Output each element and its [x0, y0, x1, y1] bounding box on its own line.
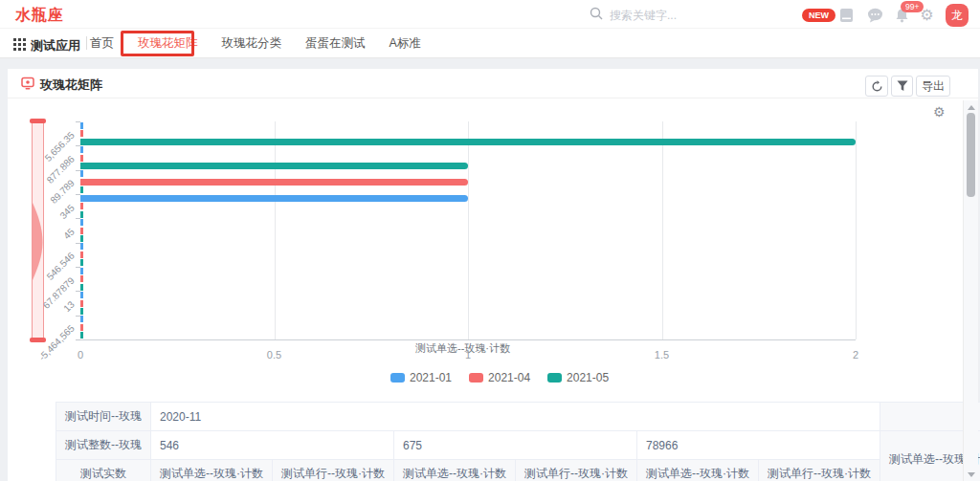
- chart-bar-stub: [80, 332, 83, 339]
- dashboard-card: 玫瑰花矩阵 导出 ⚙ 测试单选--玫瑰·计数 2021-012021-04202…: [8, 69, 978, 481]
- table-cell: 测试时间--玫瑰: [56, 403, 151, 431]
- legend-label: 2021-04: [488, 371, 530, 384]
- table-cell: 78966: [637, 431, 880, 460]
- new-badge: NEW: [802, 9, 835, 22]
- chart-bar-stub: [80, 243, 83, 250]
- pivot-table: 测试时间--玫瑰2020-11小计测试整数--玫瑰54667578966测试单选…: [56, 402, 980, 481]
- table-cell: 测试单行--玫瑰·计数: [516, 460, 637, 481]
- tab-a-standard[interactable]: A标准: [390, 35, 421, 52]
- y-axis-tick: [76, 339, 80, 340]
- chart-bar-stub: [80, 155, 83, 162]
- tab-rose-category[interactable]: 玫瑰花分类: [222, 35, 282, 52]
- chart-legend: 2021-012021-042021-05: [390, 371, 609, 384]
- table-cell: 2020-11: [151, 403, 880, 431]
- chart-bar-stub: [80, 170, 83, 177]
- legend-swatch: [547, 373, 562, 383]
- x-axis-tick-label: 0.5: [256, 349, 294, 361]
- x-axis-tick-label: 1: [449, 349, 487, 361]
- chart-bar-stub: [80, 300, 83, 307]
- x-axis-tick-label: 0: [61, 349, 100, 361]
- legend-label: 2021-01: [410, 371, 452, 384]
- chart-bar-stub: [80, 284, 83, 291]
- chart-bar: [80, 139, 856, 145]
- top-header: 水瓶座 NEW 99+ ⚙ 龙: [0, 0, 980, 29]
- grid-line: [856, 121, 857, 339]
- search-input[interactable]: [610, 9, 753, 22]
- legend-item[interactable]: 2021-05: [547, 371, 609, 384]
- vertical-scrollbar[interactable]: [963, 100, 978, 481]
- chart-bar-stub: [80, 308, 83, 315]
- chart-bar-stub: [80, 292, 83, 298]
- legend-item[interactable]: 2021-01: [390, 371, 452, 384]
- chart-bar-stub: [80, 251, 83, 258]
- legend-label: 2021-05: [567, 371, 609, 384]
- chart-bar-stub: [80, 324, 83, 331]
- table-cell: 675: [394, 431, 637, 460]
- avatar[interactable]: 龙: [946, 4, 969, 27]
- panel-title: 玫瑰花矩阵: [40, 77, 102, 94]
- panel-header: 玫瑰花矩阵 导出: [8, 69, 978, 98]
- chart-bar-stub: [80, 259, 83, 266]
- table-cell: 546: [151, 431, 394, 460]
- chart-bar-stub: [80, 316, 83, 322]
- table-row: 测试时间--玫瑰2020-11小计: [56, 403, 980, 431]
- x-axis-tick-label: 2: [836, 349, 875, 361]
- legend-swatch: [469, 373, 483, 383]
- legend-swatch: [390, 373, 405, 383]
- table-cell: 测试单选--玫瑰·计数: [637, 460, 759, 481]
- chart-bar-stub: [80, 211, 83, 218]
- chart-bar: [80, 179, 468, 186]
- nav-bar: 测试应用 首页 玫瑰花矩阵 玫瑰花分类 蛋蛋在测试 A标准: [0, 29, 980, 58]
- chart-bar-stub: [80, 235, 83, 242]
- table-cell: 测试单行--玫瑰·计数: [759, 460, 880, 481]
- chart-bar-stub: [80, 275, 83, 282]
- app-name[interactable]: 测试应用: [31, 37, 80, 55]
- export-button[interactable]: 导出: [916, 76, 950, 97]
- table-cell: 测试单选--玫瑰·计数: [151, 460, 273, 481]
- chart-bar-stub: [80, 146, 83, 153]
- chat-icon[interactable]: [867, 7, 883, 23]
- chart-bar: [80, 163, 468, 169]
- chart-bar-stub: [80, 122, 83, 129]
- tab-rose-matrix[interactable]: 玫瑰花矩阵: [138, 35, 198, 52]
- notification-badge: 99+: [901, 1, 924, 12]
- tab-home[interactable]: 首页: [90, 35, 114, 52]
- panel-monitor-icon: [21, 77, 34, 94]
- chart-bar-stub: [80, 186, 83, 193]
- tab-dandan-test[interactable]: 蛋蛋在测试: [305, 35, 366, 52]
- bar-chart: 测试单选--玫瑰·计数 2021-012021-042021-05 00.511…: [8, 98, 963, 395]
- chart-bar-stub: [80, 219, 83, 226]
- brand-logo[interactable]: 水瓶座: [15, 6, 64, 26]
- tab-list: 首页 玫瑰花矩阵 玫瑰花分类 蛋蛋在测试 A标准: [90, 29, 421, 58]
- app-grid-icon[interactable]: [13, 37, 26, 55]
- table-cell: 测试整数--玫瑰: [56, 431, 151, 460]
- search-icon: [590, 7, 603, 24]
- grid-line: [275, 121, 276, 339]
- chart-bar: [80, 195, 468, 202]
- nav-divider: [86, 36, 87, 50]
- scrollbar-thumb[interactable]: [967, 113, 975, 197]
- legend-item[interactable]: 2021-04: [469, 371, 530, 384]
- grid-line: [468, 121, 469, 339]
- table-cell: 测试单行--玫瑰·计数: [273, 460, 394, 481]
- grid-line: [662, 121, 663, 339]
- table-cell: 测试实数: [56, 460, 151, 481]
- chart-bar-stub: [80, 268, 83, 274]
- notebook-icon[interactable]: [838, 7, 855, 23]
- y-axis-label: 5,656.35: [0, 129, 77, 272]
- table-cell: 测试单选--玫瑰·计数: [394, 460, 516, 481]
- search-box[interactable]: [590, 4, 781, 27]
- refresh-button[interactable]: [865, 76, 888, 97]
- scrollbar-down-arrow[interactable]: [968, 472, 975, 477]
- x-axis-line: [80, 339, 856, 340]
- x-axis-tick-label: 1.5: [643, 349, 681, 361]
- table-row: 测试实数测试单选--玫瑰·计数测试单行--玫瑰·计数测试单选--玫瑰·计数测试单…: [56, 460, 980, 481]
- table-row: 测试整数--玫瑰54667578966测试单选--玫瑰·计数测试单行--玫瑰·计…: [56, 431, 980, 460]
- chart-bar-stub: [80, 228, 83, 234]
- chart-bar-stub: [80, 203, 83, 209]
- scrollbar-up-arrow[interactable]: [968, 105, 975, 110]
- filter-button[interactable]: [891, 76, 913, 97]
- chart-bar-stub: [80, 130, 83, 137]
